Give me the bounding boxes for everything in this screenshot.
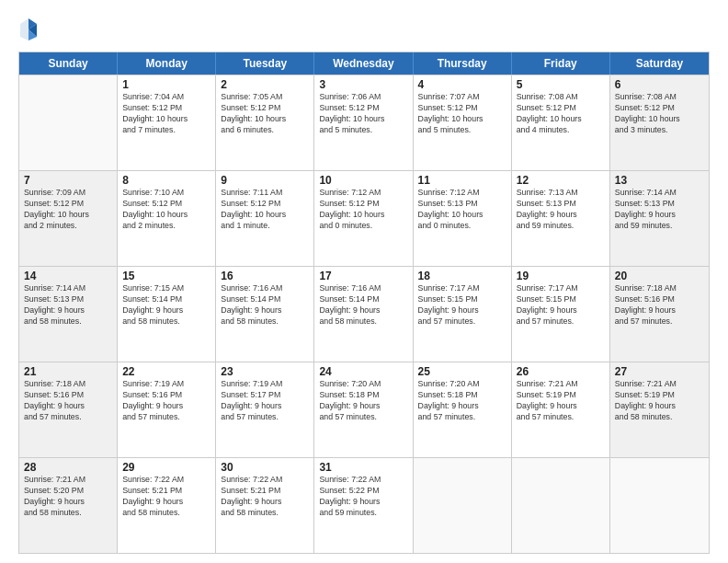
day-number: 4	[418, 78, 507, 91]
day-number: 14	[24, 270, 113, 282]
day-number: 10	[319, 174, 408, 187]
calendar-cell	[610, 458, 709, 553]
day-number: 26	[517, 365, 606, 378]
calendar-cell: 1Sunrise: 7:04 AM Sunset: 5:12 PM Daylig…	[118, 75, 216, 170]
cell-info: Sunrise: 7:04 AM Sunset: 5:12 PM Dayligh…	[122, 92, 211, 136]
page: SundayMondayTuesdayWednesdayThursdayFrid…	[0, 0, 728, 563]
header-day-monday: Monday	[118, 52, 216, 75]
cell-info: Sunrise: 7:22 AM Sunset: 5:21 PM Dayligh…	[221, 475, 310, 519]
calendar-cell: 11Sunrise: 7:12 AM Sunset: 5:13 PM Dayli…	[414, 171, 512, 266]
calendar-cell: 10Sunrise: 7:12 AM Sunset: 5:12 PM Dayli…	[314, 171, 413, 266]
cell-info: Sunrise: 7:09 AM Sunset: 5:12 PM Dayligh…	[24, 188, 113, 232]
cell-info: Sunrise: 7:21 AM Sunset: 5:19 PM Dayligh…	[615, 379, 705, 423]
calendar-header: SundayMondayTuesdayWednesdayThursdayFrid…	[19, 52, 709, 75]
cell-info: Sunrise: 7:11 AM Sunset: 5:12 PM Dayligh…	[221, 188, 310, 232]
calendar-cell: 19Sunrise: 7:17 AM Sunset: 5:15 PM Dayli…	[512, 267, 610, 362]
calendar-row-4: 21Sunrise: 7:18 AM Sunset: 5:16 PM Dayli…	[19, 362, 709, 457]
day-number: 31	[319, 461, 408, 474]
day-number: 7	[24, 174, 113, 187]
day-number: 30	[221, 461, 310, 474]
calendar-body: 1Sunrise: 7:04 AM Sunset: 5:12 PM Daylig…	[19, 75, 709, 553]
cell-info: Sunrise: 7:19 AM Sunset: 5:16 PM Dayligh…	[122, 379, 211, 423]
day-number: 9	[221, 174, 310, 187]
cell-info: Sunrise: 7:10 AM Sunset: 5:12 PM Dayligh…	[122, 188, 211, 232]
cell-info: Sunrise: 7:14 AM Sunset: 5:13 PM Dayligh…	[24, 283, 113, 327]
cell-info: Sunrise: 7:17 AM Sunset: 5:15 PM Dayligh…	[418, 283, 507, 327]
calendar-cell: 16Sunrise: 7:16 AM Sunset: 5:14 PM Dayli…	[216, 267, 314, 362]
day-number: 2	[221, 78, 310, 91]
calendar-cell: 13Sunrise: 7:14 AM Sunset: 5:13 PM Dayli…	[610, 171, 709, 266]
day-number: 19	[517, 270, 606, 282]
day-number: 8	[122, 174, 211, 187]
day-number: 21	[24, 365, 113, 378]
calendar-cell: 28Sunrise: 7:21 AM Sunset: 5:20 PM Dayli…	[19, 458, 118, 553]
day-number: 24	[319, 365, 408, 378]
cell-info: Sunrise: 7:06 AM Sunset: 5:12 PM Dayligh…	[319, 92, 408, 136]
calendar-cell: 17Sunrise: 7:16 AM Sunset: 5:14 PM Dayli…	[314, 267, 413, 362]
calendar-cell: 21Sunrise: 7:18 AM Sunset: 5:16 PM Dayli…	[19, 362, 118, 457]
day-number: 28	[24, 461, 113, 474]
cell-info: Sunrise: 7:07 AM Sunset: 5:12 PM Dayligh…	[418, 92, 507, 136]
calendar-cell: 6Sunrise: 7:08 AM Sunset: 5:12 PM Daylig…	[610, 75, 709, 170]
calendar-cell: 5Sunrise: 7:08 AM Sunset: 5:12 PM Daylig…	[512, 75, 610, 170]
day-number: 18	[418, 270, 507, 282]
day-number: 17	[319, 270, 408, 282]
cell-info: Sunrise: 7:16 AM Sunset: 5:14 PM Dayligh…	[221, 283, 310, 327]
day-number: 29	[122, 461, 211, 474]
cell-info: Sunrise: 7:16 AM Sunset: 5:14 PM Dayligh…	[319, 283, 408, 327]
calendar-row-1: 1Sunrise: 7:04 AM Sunset: 5:12 PM Daylig…	[19, 75, 709, 170]
calendar-cell: 29Sunrise: 7:22 AM Sunset: 5:21 PM Dayli…	[118, 458, 216, 553]
cell-info: Sunrise: 7:08 AM Sunset: 5:12 PM Dayligh…	[615, 92, 705, 136]
calendar-cell: 24Sunrise: 7:20 AM Sunset: 5:18 PM Dayli…	[314, 362, 413, 457]
header-day-sunday: Sunday	[19, 52, 118, 75]
day-number: 1	[122, 78, 211, 91]
header	[18, 17, 710, 42]
cell-info: Sunrise: 7:20 AM Sunset: 5:18 PM Dayligh…	[319, 379, 408, 423]
calendar-cell	[414, 458, 512, 553]
cell-info: Sunrise: 7:19 AM Sunset: 5:17 PM Dayligh…	[221, 379, 310, 423]
cell-info: Sunrise: 7:14 AM Sunset: 5:13 PM Dayligh…	[615, 188, 705, 232]
calendar-row-3: 14Sunrise: 7:14 AM Sunset: 5:13 PM Dayli…	[19, 266, 709, 362]
calendar-cell: 23Sunrise: 7:19 AM Sunset: 5:17 PM Dayli…	[216, 362, 314, 457]
cell-info: Sunrise: 7:18 AM Sunset: 5:16 PM Dayligh…	[24, 379, 113, 423]
calendar-cell: 18Sunrise: 7:17 AM Sunset: 5:15 PM Dayli…	[414, 267, 512, 362]
calendar-cell: 26Sunrise: 7:21 AM Sunset: 5:19 PM Dayli…	[512, 362, 610, 457]
cell-info: Sunrise: 7:15 AM Sunset: 5:14 PM Dayligh…	[122, 283, 211, 327]
cell-info: Sunrise: 7:22 AM Sunset: 5:21 PM Dayligh…	[122, 475, 211, 519]
header-day-tuesday: Tuesday	[216, 52, 314, 75]
day-number: 23	[221, 365, 310, 378]
header-day-saturday: Saturday	[610, 52, 709, 75]
calendar-cell: 20Sunrise: 7:18 AM Sunset: 5:16 PM Dayli…	[610, 267, 709, 362]
day-number: 12	[517, 174, 606, 187]
cell-info: Sunrise: 7:20 AM Sunset: 5:18 PM Dayligh…	[418, 379, 507, 423]
cell-info: Sunrise: 7:21 AM Sunset: 5:20 PM Dayligh…	[24, 475, 113, 519]
calendar-cell	[512, 458, 610, 553]
header-day-thursday: Thursday	[414, 52, 512, 75]
cell-info: Sunrise: 7:22 AM Sunset: 5:22 PM Dayligh…	[319, 475, 408, 519]
cell-info: Sunrise: 7:12 AM Sunset: 5:12 PM Dayligh…	[319, 188, 408, 232]
day-number: 3	[319, 78, 408, 91]
logo	[18, 17, 42, 42]
cell-info: Sunrise: 7:21 AM Sunset: 5:19 PM Dayligh…	[517, 379, 606, 423]
calendar-cell: 15Sunrise: 7:15 AM Sunset: 5:14 PM Dayli…	[118, 267, 216, 362]
calendar-cell: 3Sunrise: 7:06 AM Sunset: 5:12 PM Daylig…	[314, 75, 413, 170]
day-number: 22	[122, 365, 211, 378]
day-number: 6	[615, 78, 705, 91]
calendar-cell: 31Sunrise: 7:22 AM Sunset: 5:22 PM Dayli…	[314, 458, 413, 553]
calendar-row-2: 7Sunrise: 7:09 AM Sunset: 5:12 PM Daylig…	[19, 170, 709, 266]
header-day-friday: Friday	[512, 52, 610, 75]
day-number: 16	[221, 270, 310, 282]
calendar-cell: 2Sunrise: 7:05 AM Sunset: 5:12 PM Daylig…	[216, 75, 314, 170]
cell-info: Sunrise: 7:08 AM Sunset: 5:12 PM Dayligh…	[517, 92, 606, 136]
cell-info: Sunrise: 7:17 AM Sunset: 5:15 PM Dayligh…	[517, 283, 606, 327]
calendar-cell: 8Sunrise: 7:10 AM Sunset: 5:12 PM Daylig…	[118, 171, 216, 266]
day-number: 25	[418, 365, 507, 378]
calendar-cell: 12Sunrise: 7:13 AM Sunset: 5:13 PM Dayli…	[512, 171, 610, 266]
calendar-cell: 25Sunrise: 7:20 AM Sunset: 5:18 PM Dayli…	[414, 362, 512, 457]
calendar: SundayMondayTuesdayWednesdayThursdayFrid…	[18, 52, 710, 554]
logo-icon	[18, 17, 39, 42]
calendar-cell: 30Sunrise: 7:22 AM Sunset: 5:21 PM Dayli…	[216, 458, 314, 553]
cell-info: Sunrise: 7:18 AM Sunset: 5:16 PM Dayligh…	[615, 283, 705, 327]
header-day-wednesday: Wednesday	[314, 52, 413, 75]
calendar-cell	[19, 75, 118, 170]
